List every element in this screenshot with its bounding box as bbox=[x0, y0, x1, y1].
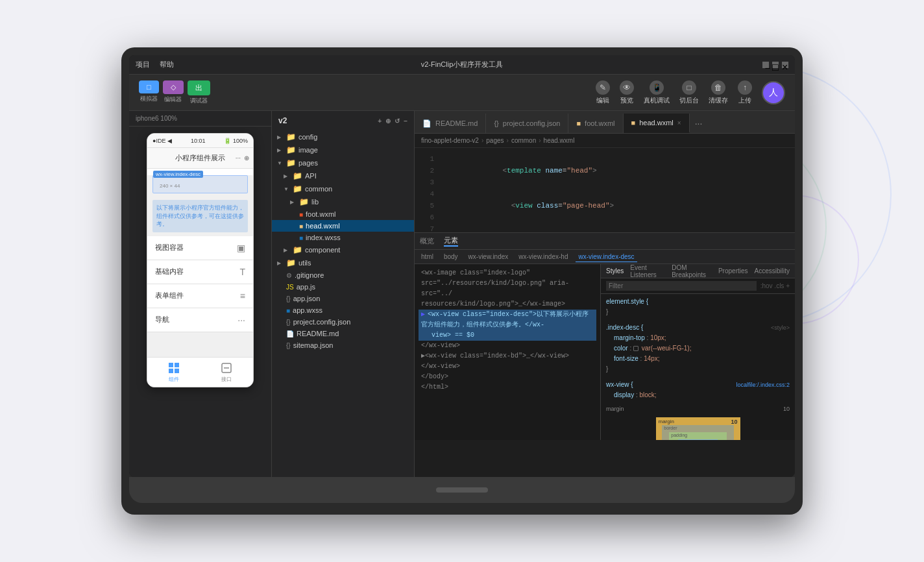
styles-tab-event-listeners[interactable]: Event Listeners bbox=[630, 264, 665, 278]
action-background[interactable]: □ 切后台 bbox=[679, 80, 699, 105]
tree-item-common[interactable]: ▼ 📁 common bbox=[272, 182, 414, 195]
editor-icon: ◇ bbox=[171, 83, 176, 91]
rule-selector-index-desc: .index-desc { bbox=[606, 324, 643, 331]
styles-tab-styles[interactable]: Styles bbox=[606, 267, 624, 275]
action-clear-cache-label: 清缓存 bbox=[709, 96, 728, 105]
folder-icon-common: 📁 bbox=[293, 184, 302, 193]
tree-item-project-config[interactable]: {} project.config.json bbox=[272, 316, 414, 328]
html-line-4: </wx-view> bbox=[419, 341, 596, 351]
code-content[interactable]: <template name="head"> <view class="page… bbox=[437, 148, 795, 232]
folder-icon-image: 📁 bbox=[286, 145, 296, 154]
laptop-frame: 项目 帮助 v2-FinClip小程序开发工具 － □ × □ 模拟器 bbox=[121, 47, 803, 515]
folder-icon-component: 📁 bbox=[293, 245, 302, 254]
action-background-label: 切后台 bbox=[679, 96, 699, 105]
user-avatar[interactable]: 人 bbox=[762, 81, 785, 104]
filter-input[interactable] bbox=[606, 281, 757, 291]
file-icon-gitignore: ⚙ bbox=[286, 272, 292, 279]
el-tab-body[interactable]: body bbox=[441, 252, 461, 262]
maximize-btn[interactable]: □ bbox=[772, 62, 779, 68]
styles-filter: :hov .cls + bbox=[601, 278, 795, 294]
nav-item-2[interactable]: 表单组件 ≡ bbox=[147, 284, 253, 308]
tree-item-readme[interactable]: 📄 README.md bbox=[272, 328, 414, 339]
tab-foot-wxml[interactable]: ■ foot.wxml bbox=[568, 114, 623, 133]
tree-item-app-json[interactable]: {} app.json bbox=[272, 293, 414, 304]
editor-btn[interactable]: ◇ bbox=[163, 80, 184, 94]
minimize-btn[interactable]: － bbox=[762, 62, 769, 68]
phone-title-bar: 小程序组件展示 ··· ⊕ bbox=[147, 148, 253, 169]
file-icon-head-wxml: ■ bbox=[299, 223, 303, 230]
action-clear-cache[interactable]: 🗑 清缓存 bbox=[709, 80, 728, 105]
menu-help[interactable]: 帮助 bbox=[160, 60, 174, 69]
styles-tab-dom-breakpoints[interactable]: DOM Breakpoints bbox=[672, 264, 712, 278]
tab-project-config[interactable]: {} project.config.json bbox=[486, 114, 568, 133]
rule-prop-display: display bbox=[614, 391, 634, 398]
nav-item-3[interactable]: 导航 ··· bbox=[147, 308, 253, 332]
html-line-2-selected[interactable]: ▶<wx-view class="index-desc">以下将展示小程序官方组… bbox=[419, 310, 596, 330]
simulator-btn[interactable]: □ bbox=[139, 80, 159, 93]
styles-tab-properties[interactable]: Properties bbox=[718, 267, 748, 275]
tree-item-app-wxss[interactable]: ■ app.wxss bbox=[272, 304, 414, 316]
phone-status-bar: ●IDE ◀ 10:01 🔋 100% bbox=[147, 134, 253, 148]
action-preview[interactable]: 👁 预览 bbox=[620, 80, 634, 105]
arrow-config: ▶ bbox=[277, 134, 284, 140]
tree-item-head-wxml[interactable]: ■ head.wxml bbox=[272, 220, 414, 232]
tree-item-lib[interactable]: ▶ 📁 lib bbox=[272, 195, 414, 208]
html-line-3-selected: view> == $0 bbox=[419, 330, 596, 341]
tree-item-index-wxss[interactable]: ■ index.wxss bbox=[272, 232, 414, 243]
file-icon-foot-wxml: ■ bbox=[299, 211, 303, 218]
tree-item-image[interactable]: ▶ 📁 image bbox=[272, 143, 414, 156]
el-tab-wx-view-index-hd[interactable]: wx-view.index-hd bbox=[516, 252, 570, 262]
collapse-icon[interactable]: − bbox=[404, 117, 407, 125]
debug-btn[interactable]: 出 bbox=[188, 80, 210, 95]
new-folder-icon[interactable]: ⊕ bbox=[385, 117, 391, 125]
arrow-image: ▶ bbox=[277, 147, 284, 153]
nav-item-1[interactable]: 基础内容 T bbox=[147, 260, 253, 284]
breadcrumb-bar: fino-applet-demo-v2 › pages › common › h… bbox=[415, 134, 795, 148]
tree-item-gitignore[interactable]: ⚙ .gitignore bbox=[272, 269, 414, 281]
debug-label: 调试器 bbox=[190, 97, 208, 105]
tree-item-config[interactable]: ▶ 📁 config bbox=[272, 130, 414, 143]
tab-more-btn[interactable]: ··· bbox=[690, 114, 708, 133]
html-line-8: </html> bbox=[419, 382, 596, 393]
file-tree-panel: v2 + ⊕ ↺ − ▶ 📁 config ▶ bbox=[272, 111, 415, 477]
menu-project[interactable]: 项目 bbox=[136, 60, 150, 69]
close-btn[interactable]: × bbox=[782, 62, 788, 68]
el-tab-html[interactable]: html bbox=[419, 252, 436, 262]
phone-share-icon[interactable]: ⊕ bbox=[244, 154, 249, 162]
bottom-nav-api[interactable]: 接口 bbox=[201, 358, 254, 387]
editor-btn-wrapper: ◇ 编辑器 bbox=[163, 80, 184, 105]
ide-menu: 项目 帮助 bbox=[136, 60, 174, 69]
action-device-debug[interactable]: 📱 真机调试 bbox=[644, 80, 670, 105]
rule-val-margin-top: 10px; bbox=[650, 334, 666, 341]
tree-item-readme-label: README.md bbox=[297, 330, 339, 337]
html-preview[interactable]: <wx-image class="index-logo" src="../res… bbox=[415, 264, 600, 440]
tab-close-head-wxml[interactable]: × bbox=[677, 119, 681, 127]
bottom-tab-elements[interactable]: 元素 bbox=[444, 236, 458, 247]
bottom-tab-overview[interactable]: 概览 bbox=[420, 236, 434, 246]
bottom-nav-components[interactable]: 组件 bbox=[147, 358, 201, 387]
tree-item-utils[interactable]: ▶ 📁 utils bbox=[272, 256, 414, 269]
styles-tab-accessibility[interactable]: Accessibility bbox=[755, 267, 790, 275]
phone-more-icon[interactable]: ··· bbox=[236, 154, 241, 162]
tree-item-component[interactable]: ▶ 📁 component bbox=[272, 243, 414, 256]
tree-item-app-js[interactable]: JS app.js bbox=[272, 281, 414, 293]
new-file-icon[interactable]: + bbox=[378, 117, 382, 125]
el-tab-wx-view-index[interactable]: wx-view.index bbox=[466, 252, 511, 262]
refresh-icon[interactable]: ↺ bbox=[395, 117, 400, 125]
bottom-content: <wx-image class="index-logo" src="../res… bbox=[415, 264, 795, 440]
tree-item-common-label: common bbox=[305, 185, 332, 193]
tree-item-api[interactable]: ▶ 📁 API bbox=[272, 169, 414, 182]
simulator-btn-wrapper: □ 模拟器 bbox=[139, 80, 159, 105]
arrow-common: ▼ bbox=[284, 186, 290, 192]
tree-item-pages[interactable]: ▼ 📁 pages bbox=[272, 156, 414, 169]
tree-item-foot-wxml[interactable]: ■ foot.wxml bbox=[272, 208, 414, 220]
tab-head-wxml[interactable]: ■ head.wxml × bbox=[624, 114, 690, 133]
el-tab-wx-view-index-desc[interactable]: wx-view.index-desc bbox=[576, 252, 637, 262]
action-edit[interactable]: ✎ 编辑 bbox=[596, 80, 610, 105]
file-tree-header: v2 + ⊕ ↺ − bbox=[272, 111, 414, 130]
tab-readme[interactable]: 📄 README.md bbox=[415, 114, 486, 133]
rule-prop-color: color bbox=[614, 345, 628, 352]
action-upload[interactable]: ↑ 上传 bbox=[738, 80, 752, 105]
tree-item-sitemap[interactable]: {} sitemap.json bbox=[272, 339, 414, 351]
nav-item-0[interactable]: 视图容器 ▣ bbox=[147, 236, 253, 260]
